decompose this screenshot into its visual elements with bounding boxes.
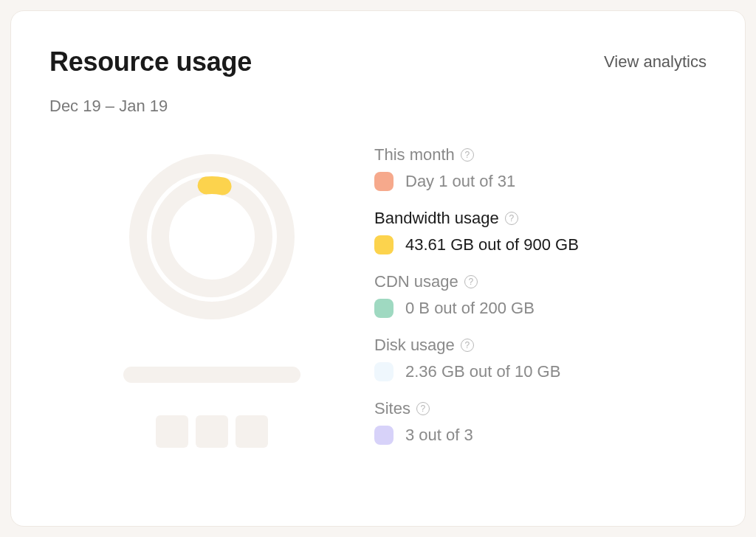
help-icon[interactable]: ?: [461, 148, 474, 162]
metric-value: 43.61 GB out of 900 GB: [405, 235, 579, 254]
help-icon[interactable]: ?: [464, 275, 478, 288]
placeholder-boxes: [156, 415, 268, 448]
metric-label: Sites: [374, 399, 410, 418]
metric-value-row: 43.61 GB out of 900 GB: [374, 235, 707, 254]
metric-bandwidth: Bandwidth usage ? 43.61 GB out of 900 GB: [374, 209, 707, 254]
metrics-column: This month ? Day 1 out of 31 Bandwidth u…: [374, 145, 707, 462]
metric-value-row: Day 1 out of 31: [374, 172, 707, 191]
metric-label: This month: [374, 145, 455, 164]
metric-label: Bandwidth usage: [374, 209, 499, 228]
metric-disk: Disk usage ? 2.36 GB out of 10 GB: [374, 336, 707, 381]
resource-usage-card: Resource usage View analytics Dec 19 – J…: [10, 10, 746, 527]
metric-label-row: CDN usage ?: [374, 272, 707, 291]
card-title: Resource usage: [49, 46, 252, 77]
metric-label-row: This month ?: [374, 145, 707, 164]
metric-value: 2.36 GB out of 10 GB: [405, 362, 560, 381]
swatch-bandwidth: [374, 235, 394, 254]
content-row: This month ? Day 1 out of 31 Bandwidth u…: [49, 145, 707, 462]
placeholder-box: [236, 415, 268, 448]
swatch-cdn: [374, 299, 394, 318]
help-icon[interactable]: ?: [416, 402, 430, 415]
metric-value: 3 out of 3: [405, 426, 473, 445]
metric-cdn: CDN usage ? 0 B out of 200 GB: [374, 272, 707, 318]
chart-column: [49, 145, 374, 462]
metric-sites: Sites ? 3 out of 3: [374, 399, 707, 445]
header-row: Resource usage View analytics: [49, 46, 707, 77]
metric-value-row: 2.36 GB out of 10 GB: [374, 362, 707, 381]
metric-value-row: 0 B out of 200 GB: [374, 299, 707, 318]
placeholder-bar: [123, 367, 300, 383]
metric-label-row: Disk usage ?: [374, 336, 707, 355]
metric-label: Disk usage: [374, 336, 455, 355]
swatch-disk: [374, 362, 394, 381]
swatch-sites: [374, 426, 394, 445]
metric-label: CDN usage: [374, 272, 458, 291]
metric-this-month: This month ? Day 1 out of 31: [374, 145, 707, 191]
placeholder-box: [156, 415, 188, 448]
metric-value-row: 3 out of 3: [374, 426, 707, 445]
swatch-month: [374, 172, 394, 191]
metric-label-row: Sites ?: [374, 399, 707, 418]
metric-value: 0 B out of 200 GB: [405, 299, 535, 318]
view-analytics-link[interactable]: View analytics: [604, 52, 707, 72]
donut-track-inner: [160, 185, 264, 288]
metric-label-row: Bandwidth usage ?: [374, 209, 707, 228]
date-range: Dec 19 – Jan 19: [49, 97, 707, 116]
placeholder-box: [196, 415, 228, 448]
usage-donut-chart: [123, 148, 300, 325]
help-icon[interactable]: ?: [461, 339, 474, 352]
metric-value: Day 1 out of 31: [405, 172, 515, 191]
help-icon[interactable]: ?: [505, 212, 518, 225]
